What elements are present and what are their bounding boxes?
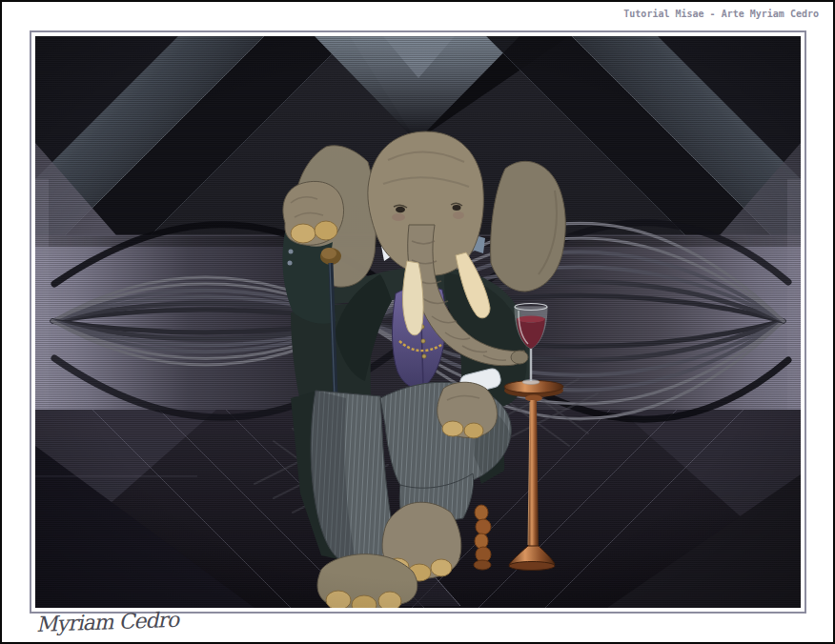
artist-signature: Myriam Cedro — [36, 608, 179, 636]
artwork-canvas — [35, 36, 801, 608]
artwork-image — [35, 36, 801, 608]
credit-line: Tutorial Misae - Arte Myriam Cedro — [623, 9, 819, 19]
vignette-overlay — [35, 36, 801, 608]
tutorial-result-page: Tutorial Misae - Arte Myriam Cedro — [0, 0, 835, 644]
